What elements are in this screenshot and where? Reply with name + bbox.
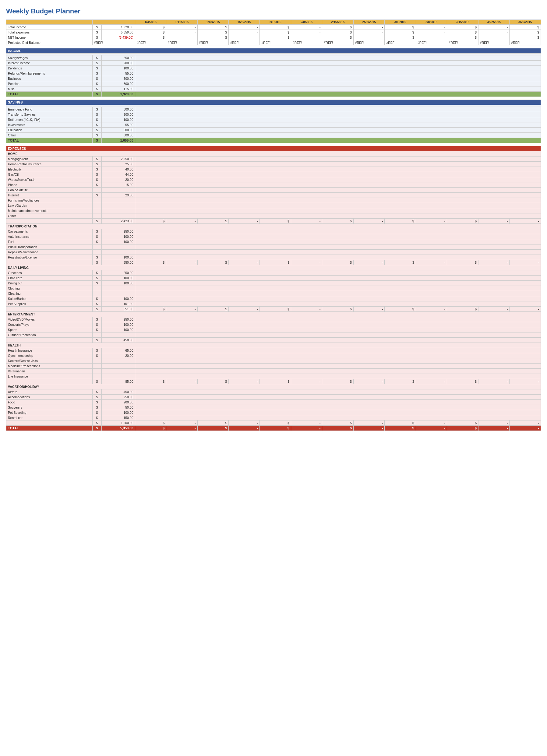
savings-label: SAVINGS <box>6 100 541 105</box>
date-col-13: 3/29/2015 <box>510 20 541 25</box>
date-col-12: 3/22/2015 <box>478 20 509 25</box>
date-col-3: 1/18/2015 <box>197 20 228 25</box>
total-income-label: Total Income <box>6 25 93 30</box>
spacer-1 <box>6 45 541 48</box>
expense-gas-row: Gas/Oil $ 44.00 <box>6 172 541 177</box>
savings-total-row: TOTAL $ 1,655.00 <box>6 138 541 143</box>
expense-airfare-row: Airfare $ 450.00 <box>6 389 541 395</box>
income-misc-label: Misc <box>6 86 93 92</box>
income-interest-row: Interest Income $ 200.00 <box>6 61 541 66</box>
first-date-header <box>92 20 135 25</box>
savings-investments-row: Investments $ 55.00 <box>6 122 541 128</box>
total-expenses-row: Total Expenses $ 5,359.00 $ - $ - $ - $ … <box>6 30 541 35</box>
label-header <box>6 20 93 25</box>
grand-total-row: TOTAL $ 5,359.00 $ - $ - $ - $ - $ - $ -… <box>6 426 541 431</box>
projected-value: #REF! <box>92 40 135 45</box>
savings-section-header: SAVINGS <box>6 100 541 105</box>
expense-registration-row: Registration/License $ 100.00 <box>6 255 541 260</box>
expense-concerts-row: Concerts/Plays $ 100.00 <box>6 322 541 327</box>
vacation-subsection-header: VACATION/HOLIDAY <box>6 384 541 389</box>
net-income-row: NET Income $ (3,439.00) $ - $ - $ - $ - … <box>6 35 541 40</box>
date-col-2: 1/11/2015 <box>166 20 197 25</box>
total-expenses-value: 5,359.00 <box>101 30 135 35</box>
income-salary-row: Salary/Wages $ 650.00 <box>6 55 541 61</box>
date-col-11: 3/15/2015 <box>447 20 478 25</box>
transport-subsection-header: TRANSPORTATION <box>6 224 541 229</box>
expenses-section-header: EXPENSES <box>6 146 541 151</box>
projected-label: Projected End Balance <box>6 40 93 45</box>
expense-fuel-row: Fuel $ 100.00 <box>6 239 541 244</box>
projected-end-balance-row: Projected End Balance #REF! #REF! #REF! … <box>6 40 541 45</box>
total-income-row: Total Income $ 1,920.00 $ - $ - $ - $ - … <box>6 25 541 30</box>
date-col-7: 2/15/2015 <box>322 20 353 25</box>
expense-phone-row: Phone $ 15.00 <box>6 182 541 188</box>
date-col-1: 1/4/2015 <box>135 20 166 25</box>
expense-water-row: Water/Sewer/Trash $ 20.00 <box>6 177 541 182</box>
home-subtotal-row: $ 2,423.00 $ - $ - $ - $ - $ - $ - - <box>6 219 541 224</box>
expense-dining-row: Dining out $ 100.00 <box>6 281 541 286</box>
expense-lawn-row: Lawn/Garden <box>6 203 541 208</box>
savings-emergency-row: Emergency Fund $ 500.00 <box>6 107 541 112</box>
expense-pet-supplies-row: Pet Supplies $ 101.00 <box>6 301 541 307</box>
home-subsection-header: HOME <box>6 151 541 156</box>
expense-food-row: Food $ 200.00 <box>6 400 541 405</box>
expense-groceries-row: Groceries $ 250.00 <box>6 270 541 276</box>
expense-sports-row: Sports $ 100.00 <box>6 327 541 332</box>
page-title: Weekly Budget Planner <box>6 7 541 15</box>
income-refunds-label: Refunds/Reimbursements <box>6 71 93 76</box>
date-col-4: 1/25/2015 <box>229 20 260 25</box>
expense-health-ins-row: Health Insurance $ 65.00 <box>6 348 541 353</box>
income-dividends-label: Dividends <box>6 66 93 71</box>
income-refunds-row: Refunds/Reimbursements $ 55.00 <box>6 71 541 76</box>
daily-living-subtotal-row: $ 651.00 $ - $ - $ - $ - $ - $ - - <box>6 307 541 312</box>
expense-cable-row: Cable/Satelite <box>6 188 541 193</box>
expense-salon-row: Salon/Barber $ 100.00 <box>6 296 541 301</box>
total-expenses-label: Total Expenses <box>6 30 93 35</box>
savings-transfer-row: Transfer to Savings $ 200.00 <box>6 112 541 117</box>
income-pension-label: Pension <box>6 81 93 86</box>
grand-total-label: TOTAL <box>6 426 93 431</box>
expense-video-row: Video/DVD/Movies $ 250.00 <box>6 317 541 322</box>
total-income-dollar: $ <box>92 25 101 30</box>
transport-subtotal-row: $ 550.00 $ - $ - $ - $ - $ - $ - - <box>6 260 541 265</box>
expense-clothing-row: Clothing <box>6 286 541 291</box>
total-expenses-dollar: $ <box>92 30 101 35</box>
expense-other-home-row: Other <box>6 213 541 219</box>
health-subtotal-row: $ 85.00 $ - $ - $ - $ - $ - $ - - <box>6 379 541 384</box>
income-misc-row: Misc $ 115.00 <box>6 86 541 92</box>
date-col-10: 3/8/2015 <box>416 20 447 25</box>
date-col-5: 2/1/2015 <box>260 20 291 25</box>
entertainment-subsection-header: ENTERTAINMENT <box>6 312 541 317</box>
expense-rental-car-row: Rental car $ 150.00 <box>6 415 541 420</box>
expenses-label: EXPENSES <box>6 146 541 151</box>
budget-table: 1/4/2015 1/11/2015 1/18/2015 1/25/2015 2… <box>6 19 541 431</box>
expense-maintenance-row: Maintenance/Improvements <box>6 208 541 213</box>
expense-souvenirs-row: Souvenirs $ 50.00 <box>6 405 541 410</box>
income-salary-label: Salary/Wages <box>6 55 93 61</box>
net-income-dollar: $ <box>92 35 101 40</box>
expense-accomodations-row: Accomodations $ 250.00 <box>6 395 541 400</box>
date-col-8: 2/22/2015 <box>353 20 384 25</box>
savings-retirement-row: Retirement(401K, IRA) $ 100.00 <box>6 117 541 122</box>
net-income-label: NET Income <box>6 35 93 40</box>
expense-insurance-row: Home/Rental Insurance $ 25.00 <box>6 162 541 167</box>
date-col-9: 3/1/2015 <box>385 20 416 25</box>
income-total-label: TOTAL <box>6 92 93 97</box>
income-interest-label: Interest Income <box>6 61 93 66</box>
expense-medicine-row: Medicine/Prescriptions <box>6 364 541 369</box>
savings-education-row: Education $ 500.00 <box>6 128 541 133</box>
spacer-3 <box>6 143 541 146</box>
expense-auto-ins-row: Auto Insurance $ 100.00 <box>6 234 541 239</box>
expense-life-ins-row: Life Insurance <box>6 374 541 379</box>
total-income-value: 1,920.00 <box>101 25 135 30</box>
expense-gym-row: Gym membership $ 20.00 <box>6 353 541 358</box>
income-total-row: TOTAL $ 1,920.00 <box>6 92 541 97</box>
net-income-value: (3,439.00) <box>101 35 135 40</box>
date-header-row: 1/4/2015 1/11/2015 1/18/2015 1/25/2015 2… <box>6 20 541 25</box>
expense-mortgage-row: Mortgage/rent $ 2,250.00 <box>6 156 541 162</box>
income-dividends-row: Dividends $ 100.00 <box>6 66 541 71</box>
expense-internet-row: Internet $ 29.00 <box>6 193 541 198</box>
health-subsection-header: HEALTH <box>6 343 541 348</box>
expense-furnishing-row: Furnishing/Appliances <box>6 198 541 203</box>
expense-childcare-row: Child care $ 100.00 <box>6 276 541 281</box>
